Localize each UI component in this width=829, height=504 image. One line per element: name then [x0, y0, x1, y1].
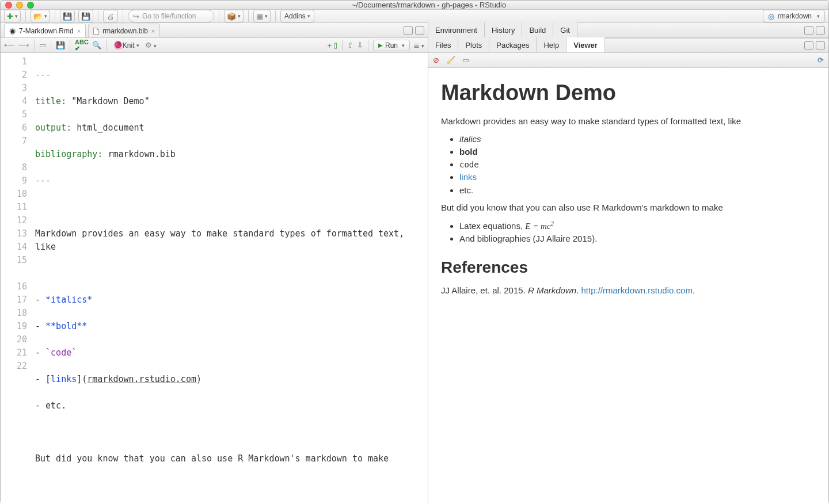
close-window[interactable] — [5, 2, 12, 9]
file-icon — [93, 28, 99, 35]
code-content[interactable]: --- title: "Markdown Demo" output: html_… — [32, 53, 428, 504]
run-arrow-icon: ▶ — [378, 42, 383, 48]
minimize-pane-icon[interactable] — [804, 26, 813, 35]
maximize-pane-icon[interactable] — [816, 41, 825, 49]
code-editor[interactable]: 12345678910111213141516171819202122 --- … — [1, 53, 428, 504]
tab-plots[interactable]: Plots — [458, 37, 489, 52]
save-icon[interactable]: 💾 — [56, 41, 65, 49]
viewer-p1: Markdown provides an easy way to make st… — [441, 116, 816, 127]
source-tabs: ◉ 7-Markdown.Rmd × rmarkdown.bib × — [1, 23, 428, 38]
tab-file-2[interactable]: rmarkdown.bib × — [88, 24, 160, 37]
source-pane: ◉ 7-Markdown.Rmd × rmarkdown.bib × ⟵ ⟶ — [1, 23, 428, 504]
titlebar: ~/Documents/rmarkdown - gh-pages - RStud… — [1, 1, 828, 10]
minimize-window[interactable] — [16, 2, 23, 9]
grid-button[interactable]: ▦ — [253, 10, 271, 22]
tab-label: 7-Markdown.Rmd — [19, 27, 74, 35]
separator — [98, 10, 98, 22]
rmd-file-icon: ◉ — [9, 27, 16, 35]
project-icon: ◎ — [768, 13, 774, 20]
next-chunk-icon[interactable]: ⇩ — [357, 41, 363, 49]
viewer-content: Markdown Demo Markdown provides an easy … — [428, 68, 828, 504]
list-code: code — [459, 160, 479, 169]
tab-viewer[interactable]: Viewer — [566, 37, 605, 52]
tab-history[interactable]: History — [485, 22, 522, 37]
list-etc: etc. — [459, 185, 816, 196]
tab-git[interactable]: Git — [553, 22, 577, 37]
separator — [275, 10, 276, 22]
zoom-window[interactable] — [27, 2, 34, 9]
main-toolbar: ✚ 📂 💾 💾 🖨 ↪ Go to file/function 📦 ▦ Addi… — [1, 10, 828, 23]
list-links[interactable]: links — [459, 172, 477, 182]
separator — [219, 10, 219, 22]
publish-icon[interactable]: ≣ — [413, 41, 424, 49]
separator — [123, 10, 123, 22]
refresh-icon[interactable]: ⟳ — [817, 56, 824, 64]
forward-icon[interactable]: ⟶ — [18, 41, 29, 49]
viewer-p2: But did you know that you can also use R… — [441, 202, 816, 213]
viewer-h2: References — [441, 257, 816, 278]
right-panes: Environment History Build Git Files Plot… — [428, 23, 828, 504]
save-all-button[interactable]: 💾 — [78, 10, 93, 22]
goto-arrow-icon: ↪ — [133, 13, 139, 20]
reference-entry: JJ Allaire, et. al. 2015. R Markdown. ht… — [441, 285, 816, 296]
find-icon[interactable]: 🔍 — [92, 41, 101, 49]
tab-help[interactable]: Help — [537, 37, 566, 52]
maximize-pane-icon[interactable] — [415, 26, 424, 35]
bottom-right-tabs: Files Plots Packages Help Viewer — [428, 38, 828, 53]
viewer-toolbar: ⊘ 🧹 ▭ ⟳ — [428, 53, 828, 68]
new-file-button[interactable]: ✚ — [4, 10, 21, 22]
show-in-new-window-icon[interactable]: ▭ — [39, 41, 46, 49]
reference-link[interactable]: http://rmarkdown.rstudio.com — [581, 285, 692, 295]
close-tab-icon[interactable]: × — [151, 28, 155, 35]
tab-label: rmarkdown.bib — [102, 27, 148, 35]
close-tab-icon[interactable]: × — [77, 28, 81, 35]
save-button[interactable]: 💾 — [60, 10, 75, 22]
window-controls — [5, 2, 34, 9]
back-icon[interactable]: ⟵ — [4, 41, 15, 49]
insert-chunk-icon[interactable]: ＋▯ — [326, 41, 337, 49]
list-italics: italics — [459, 134, 481, 144]
list-bibliography: And bibliographies (JJ Allaire 2015). — [459, 233, 816, 245]
spellcheck-icon[interactable]: ABC✔ — [75, 39, 89, 52]
addins-button[interactable]: Addins — [280, 10, 314, 22]
print-button[interactable]: 🖨 — [103, 10, 118, 22]
line-gutter: 12345678910111213141516171819202122 — [1, 53, 32, 504]
separator — [248, 10, 249, 22]
top-right-tabs: Environment History Build Git — [428, 23, 828, 38]
separator — [55, 10, 55, 22]
remove-viewer-icon[interactable]: ⊘ — [433, 56, 439, 64]
open-file-button[interactable]: 📂 — [31, 10, 50, 22]
knit-button[interactable]: 🧶 Knit — [111, 39, 142, 52]
run-button[interactable]: ▶ Run — [373, 40, 410, 51]
tab-files[interactable]: Files — [428, 37, 458, 52]
list-bold: bold — [459, 147, 478, 156]
window-title: ~/Documents/rmarkdown - gh-pages - RStud… — [34, 1, 824, 9]
goto-placeholder: Go to file/function — [142, 12, 196, 20]
goto-file-function[interactable]: ↪ Go to file/function — [128, 10, 214, 22]
maximize-pane-icon[interactable] — [816, 26, 825, 35]
knit-icon: 🧶 — [113, 41, 123, 49]
list-latex: Latex equations, E = mc2 — [459, 219, 816, 232]
project-name: rmarkdown — [778, 12, 812, 20]
gear-icon[interactable]: ⚙ — [145, 41, 157, 49]
minimize-pane-icon[interactable] — [404, 26, 413, 35]
prev-chunk-icon[interactable]: ⇧ — [347, 41, 353, 49]
viewer-h1: Markdown Demo — [441, 78, 816, 108]
tab-file-1[interactable]: ◉ 7-Markdown.Rmd × — [4, 24, 86, 37]
open-browser-icon[interactable]: ▭ — [462, 56, 469, 64]
clear-viewer-icon[interactable]: 🧹 — [446, 56, 455, 64]
app-window: ~/Documents/rmarkdown - gh-pages - RStud… — [0, 0, 829, 504]
tab-build[interactable]: Build — [522, 22, 553, 37]
minimize-pane-icon[interactable] — [804, 41, 813, 49]
tab-packages[interactable]: Packages — [489, 37, 537, 52]
separator — [25, 10, 26, 22]
tab-environment[interactable]: Environment — [428, 22, 485, 37]
editor-toolbar: ⟵ ⟶ ▭ 💾 ABC✔ 🔍 🧶 Knit ⚙ ＋▯ ⇧ — [1, 38, 428, 53]
project-menu[interactable]: ◎ rmarkdown — [763, 10, 825, 22]
packages-button[interactable]: 📦 — [224, 10, 244, 22]
